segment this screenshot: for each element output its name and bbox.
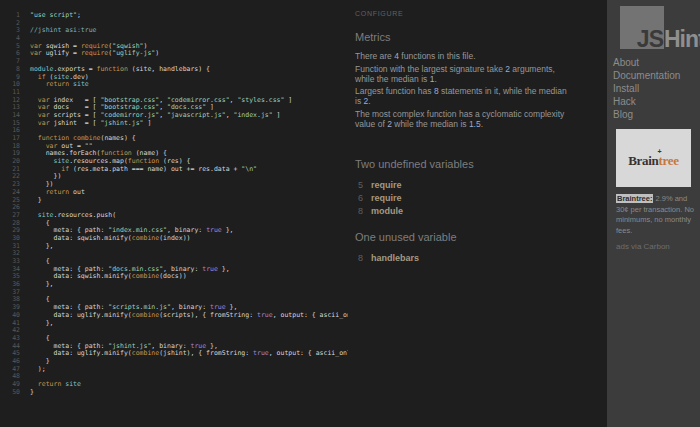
variable-name: handlebars xyxy=(371,253,419,263)
sidebar-nav: AboutDocumentationInstallHackBlog xyxy=(613,56,700,121)
line-number: 50 xyxy=(0,389,30,397)
code-line[interactable]: 10 return site xyxy=(0,81,348,89)
ad-text-link[interactable]: Braintree: 2.9% and 30¢ per transaction.… xyxy=(616,194,694,236)
variable-row: 6require xyxy=(355,192,607,205)
undefined-variables-heading: Two undefined variables xyxy=(355,158,607,170)
code-line-text: data: sqwish.minify(combine(docs)) xyxy=(30,273,187,281)
carbon-ad: + Braintree Braintree: 2.9% and 30¢ per … xyxy=(616,129,700,251)
sidebar-nav-hack[interactable]: Hack xyxy=(613,95,700,108)
line-number: 2 xyxy=(0,20,30,28)
code-line[interactable]: 36 }, xyxy=(0,281,348,289)
sidebar-nav-blog[interactable]: Blog xyxy=(613,108,700,121)
code-line-text: } xyxy=(30,197,42,205)
code-line-text: var uglify = require("uglify-js") xyxy=(30,50,159,58)
line-number: 5 xyxy=(0,43,30,51)
configure-link[interactable]: CONFIGURE xyxy=(355,10,607,17)
metric-sentence: Largest function has 8 statements in it,… xyxy=(355,87,573,107)
braintree-logo-orange: tree xyxy=(659,153,679,168)
code-line[interactable]: 6var uglify = require("uglify-js") xyxy=(0,50,348,58)
code-line[interactable]: 45 data: uglify.minify(combine(jshint), … xyxy=(0,350,348,358)
code-line[interactable]: 1"use script"; xyxy=(0,12,348,20)
unused-variables-heading: One unused variable xyxy=(355,231,607,243)
code-line[interactable]: 47 ); xyxy=(0,366,348,374)
sidebar: JS Hint AboutDocumentationInstallHackBlo… xyxy=(607,0,700,427)
sidebar-nav-about[interactable]: About xyxy=(613,56,700,69)
code-line[interactable]: 49 return site xyxy=(0,381,348,389)
code-line[interactable]: 32 xyxy=(0,250,348,258)
jshint-logo[interactable]: JS Hint xyxy=(620,6,700,49)
code-lines[interactable]: 1"use script";23//jshint asi:true45var s… xyxy=(0,12,348,396)
variable-row: 8handlebars xyxy=(355,252,607,265)
braintree-logo-dark: Brain xyxy=(628,153,658,168)
variable-name: require xyxy=(371,193,402,203)
line-number: 1 xyxy=(0,12,30,20)
code-line-text: if (res.meta.path === name) out += res.d… xyxy=(30,166,257,174)
variable-row: 8module xyxy=(355,205,607,218)
jshint-logo-hint: Hint xyxy=(664,30,700,49)
sidebar-nav-install[interactable]: Install xyxy=(613,82,700,95)
metrics-section: Metrics There are 4 functions in this fi… xyxy=(355,31,607,130)
unused-variables-list: 8handlebars xyxy=(355,252,607,265)
code-line[interactable]: 24 return out xyxy=(0,189,348,197)
ads-via-carbon-link[interactable]: ads via Carbon xyxy=(616,242,700,251)
variable-row: 5require xyxy=(355,179,607,192)
code-line-text: }, xyxy=(30,243,53,251)
variable-line-number: 8 xyxy=(355,205,363,218)
code-line[interactable]: 37 xyxy=(0,289,348,297)
code-editor[interactable]: 1"use script";23//jshint asi:true45var s… xyxy=(0,0,348,427)
jshint-logo-js-box: JS xyxy=(620,6,664,49)
code-line[interactable]: 41 }, xyxy=(0,320,348,328)
metrics-list: There are 4 functions in this file.Funct… xyxy=(355,52,607,130)
jshint-app: 1"use script";23//jshint asi:true45var s… xyxy=(0,0,700,427)
line-number: 4 xyxy=(0,35,30,43)
configure-panel: CONFIGURE Metrics There are 4 functions … xyxy=(348,0,607,427)
code-line[interactable]: 3//jshint asi:true xyxy=(0,27,348,35)
braintree-ad-image[interactable]: + Braintree xyxy=(616,129,691,187)
code-line[interactable]: 42 xyxy=(0,327,348,335)
code-line-text: } xyxy=(30,389,34,397)
line-number: 8 xyxy=(0,66,30,74)
variable-line-number: 5 xyxy=(355,179,363,192)
metrics-heading: Metrics xyxy=(355,31,607,43)
line-number: 7 xyxy=(0,58,30,66)
variable-line-number: 8 xyxy=(355,252,363,265)
code-line-text: ); xyxy=(30,366,46,374)
unused-variables-section: One unused variable 8handlebars xyxy=(355,231,607,265)
code-line-text: data: uglify.minify(combine(scripts), { … xyxy=(30,312,348,320)
code-line-text: "use script"; xyxy=(30,12,81,20)
code-line[interactable]: 15 var jshint = [ "jshint.js" ] xyxy=(0,120,348,128)
code-line-text: data: sqwish.minify(combine(index)) xyxy=(30,235,190,243)
code-line-text: }, xyxy=(30,320,53,328)
code-line-text: return site xyxy=(30,81,89,89)
code-line-text: data: uglify.minify(combine(jshint), { f… xyxy=(30,350,348,358)
metric-sentence: Function with the largest signature take… xyxy=(355,65,573,85)
variable-line-number: 6 xyxy=(355,192,363,205)
code-line[interactable]: 27 site.resources.push( xyxy=(0,212,348,220)
braintree-logo: Braintree xyxy=(628,155,679,167)
undefined-variables-list: 5require6require8module xyxy=(355,179,607,218)
variable-name: module xyxy=(371,206,403,216)
code-line-text: return site xyxy=(30,381,81,389)
line-number: 6 xyxy=(0,50,30,58)
variable-name: require xyxy=(371,180,402,190)
undefined-variables-section: Two undefined variables 5require6require… xyxy=(355,158,607,218)
ad-brand-label: Braintree: xyxy=(616,194,653,203)
code-line[interactable]: 46 } xyxy=(0,358,348,366)
code-line-text: //jshint asi:true xyxy=(30,27,97,35)
metric-sentence: The most complex function has a cyclomat… xyxy=(355,110,573,130)
code-line[interactable]: 50} xyxy=(0,389,348,397)
code-line[interactable]: 25 } xyxy=(0,197,348,205)
metric-sentence: There are 4 functions in this file. xyxy=(355,52,573,62)
line-number: 3 xyxy=(0,27,30,35)
code-line-text: var jshint = [ "jshint.js" ] xyxy=(30,120,151,128)
sidebar-nav-documentation[interactable]: Documentation xyxy=(613,69,700,82)
code-line-text: }, xyxy=(30,281,53,289)
code-line[interactable]: 31 }, xyxy=(0,243,348,251)
